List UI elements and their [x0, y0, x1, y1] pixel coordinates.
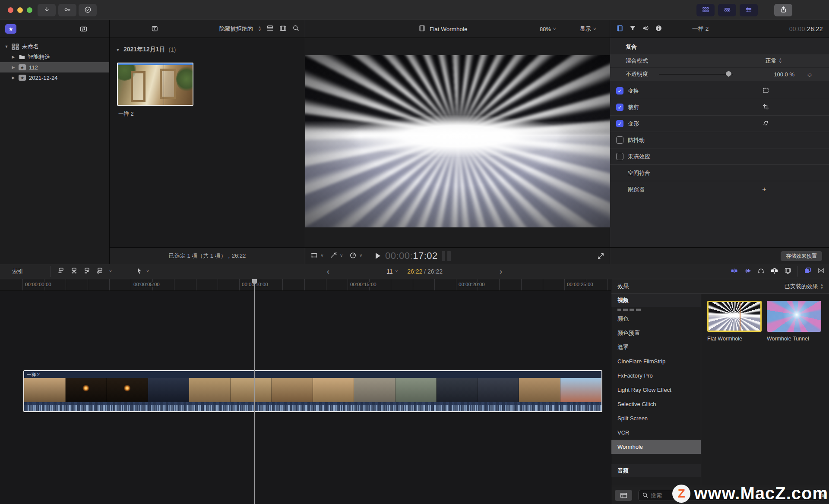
sidebar-item-library[interactable]: ▼ ★★★★ 未命名 — [0, 41, 109, 52]
filter-stepper-icon[interactable]: ˄˅ — [259, 26, 261, 32]
category-wormhole[interactable]: Wormhole — [611, 440, 701, 454]
disclosure-closed-icon[interactable]: ▶ — [11, 65, 16, 69]
category-audio[interactable]: 音频 — [611, 464, 701, 477]
sidebar-item-smart-collections[interactable]: ▶ 智能精选 — [0, 52, 109, 62]
effect-thumbnail[interactable] — [707, 301, 762, 332]
tab-color-inspector[interactable] — [629, 25, 636, 33]
inspector-view-button[interactable] — [740, 4, 758, 16]
transform-checkbox[interactable]: ✓ — [616, 87, 623, 94]
close-button[interactable] — [8, 7, 13, 13]
chevron-down-icon[interactable]: ˅ — [321, 253, 323, 259]
playhead-line[interactable] — [254, 279, 255, 504]
trackers-row[interactable]: 跟踪器 + — [610, 181, 829, 198]
category-selective-glitch[interactable]: Selective Glitch — [611, 397, 701, 411]
timeline-view-button[interactable] — [718, 4, 736, 16]
rolling-shutter-row[interactable]: 果冻效应 — [610, 148, 829, 165]
crop-checkbox[interactable]: ✓ — [616, 104, 623, 111]
effects-category-list[interactable]: 视频 颜色 颜色预置 遮罩 CineFlare FilmStrip FxFact… — [611, 294, 701, 486]
transform-row[interactable]: ✓ 变换 — [610, 83, 829, 99]
keywords-button[interactable] — [58, 4, 76, 16]
opacity-slider[interactable] — [659, 74, 733, 75]
snapping-icon[interactable] — [771, 267, 778, 276]
timeline-pane[interactable]: 00:00:00:00 00:00:05:00 00:00:10:00 00:0… — [0, 279, 611, 504]
chevron-down-icon[interactable]: ˅ — [360, 253, 362, 259]
category-vcr[interactable]: VCR — [611, 425, 701, 440]
stabilization-row[interactable]: 防抖动 — [610, 132, 829, 148]
distort-row[interactable]: ✓ 变形 — [610, 116, 829, 132]
chevron-down-icon[interactable]: ˅ — [340, 253, 343, 259]
category-split-screen[interactable]: Split Screen — [611, 411, 701, 425]
search-icon[interactable] — [292, 25, 300, 33]
installed-effects-menu[interactable]: 已安装的效果 ˄˅ — [785, 283, 823, 290]
photos-audio-button[interactable] — [80, 25, 89, 35]
category-video[interactable]: 视频 — [611, 294, 701, 307]
category-light-ray-glow[interactable]: Light Ray Glow Effect — [611, 383, 701, 397]
clip-skimming-icon[interactable] — [731, 267, 738, 276]
hide-rejected-filter[interactable]: 隐藏被拒绝的 — [219, 25, 253, 33]
browser-group-header[interactable]: ▼ 2021年12月1日 (1) — [116, 46, 176, 54]
import-media-button[interactable] — [38, 4, 56, 16]
clip-appearance-icon[interactable] — [784, 267, 791, 276]
crop-icon[interactable] — [762, 103, 769, 112]
play-button[interactable] — [376, 253, 380, 259]
disclosure-open-icon[interactable]: ▼ — [116, 47, 120, 52]
distort-icon[interactable] — [762, 120, 769, 128]
crop-row[interactable]: ✓ 裁剪 — [610, 99, 829, 116]
rolling-shutter-checkbox[interactable] — [616, 153, 623, 160]
timeline-page-menu[interactable]: 11 ˅ — [386, 268, 398, 275]
audio-meters[interactable] — [442, 251, 451, 261]
next-timeline-button[interactable]: › — [500, 268, 502, 274]
filmstrip-view-icon[interactable] — [279, 25, 287, 33]
zoom-button[interactable] — [27, 7, 32, 13]
effects-browser-toggle[interactable] — [804, 267, 811, 276]
blend-mode-select[interactable]: 正常 ˄˅ — [766, 57, 782, 65]
category-color[interactable]: 颜色 — [611, 312, 701, 326]
category-fxfactory-pro[interactable]: FxFactory Pro — [611, 369, 701, 383]
minimize-button[interactable] — [17, 7, 23, 13]
disclosure-closed-icon[interactable]: ▶ — [11, 55, 16, 59]
tab-video-inspector[interactable] — [616, 25, 623, 33]
background-tasks-button[interactable] — [79, 4, 97, 16]
transitions-browser-toggle[interactable] — [817, 267, 825, 276]
category-cineflare-filmstrip[interactable]: CineFlare FilmStrip — [611, 354, 701, 369]
distort-checkbox[interactable]: ✓ — [616, 120, 623, 127]
browser-view-button[interactable] — [696, 4, 715, 16]
transform-icon[interactable] — [762, 87, 769, 95]
tab-info-inspector[interactable] — [655, 25, 662, 33]
keyframe-diamond-icon[interactable]: ◇ — [807, 71, 812, 78]
clip-thumbnail[interactable] — [117, 63, 193, 106]
media-browser-toggle-button[interactable] — [615, 490, 632, 501]
save-effects-preset-button[interactable]: 存储效果预置 — [781, 251, 822, 261]
enhancements-wand-icon[interactable] — [330, 252, 337, 260]
titles-generators-button[interactable] — [151, 25, 160, 35]
previous-timeline-button[interactable]: ‹ — [327, 268, 329, 274]
stabilization-checkbox[interactable] — [616, 136, 623, 144]
disclosure-open-icon[interactable]: ▼ — [4, 44, 9, 49]
zoom-menu[interactable]: 88% ˅ — [540, 20, 556, 38]
category-color-presets[interactable]: 颜色预置 — [611, 326, 701, 340]
effect-wormhole-tunnel[interactable]: Wormhole Tunnel — [767, 301, 821, 342]
timeline-ruler[interactable]: 00:00:00:00 00:00:05:00 00:00:10:00 00:0… — [0, 279, 611, 291]
transform-menu-icon[interactable] — [310, 252, 318, 260]
display-menu[interactable]: 显示 ˅ — [580, 20, 596, 38]
video-canvas[interactable] — [305, 55, 610, 227]
category-masks[interactable]: 遮罩 — [611, 340, 701, 354]
share-button[interactable] — [774, 4, 792, 16]
effect-thumbnail[interactable] — [767, 301, 821, 332]
slider-knob[interactable] — [726, 71, 731, 77]
spatial-conform-row[interactable]: 空间符合 — [610, 165, 829, 181]
timeline-clip[interactable]: 一禅 2 — [23, 370, 602, 412]
retime-gauge-icon[interactable] — [349, 252, 357, 260]
libraries-toggle-button[interactable]: ★ — [5, 24, 16, 34]
sidebar-item-112[interactable]: ▶ ★ 112 — [0, 62, 109, 72]
fullscreen-icon[interactable] — [597, 252, 604, 261]
solo-headphones-icon[interactable] — [757, 267, 765, 276]
sidebar-item-2021-12-24[interactable]: ▶ ★ 2021-12-24 — [0, 72, 109, 83]
disclosure-closed-icon[interactable]: ▶ — [11, 76, 16, 80]
list-view-icon[interactable] — [266, 25, 274, 33]
tab-audio-inspector[interactable] — [642, 25, 649, 33]
opacity-value[interactable]: 100.0 % — [774, 71, 794, 78]
add-tracker-button[interactable]: + — [762, 185, 766, 194]
audio-skimming-icon[interactable] — [744, 267, 751, 276]
effect-flat-wormhole[interactable]: Flat Wormhole — [707, 301, 762, 342]
